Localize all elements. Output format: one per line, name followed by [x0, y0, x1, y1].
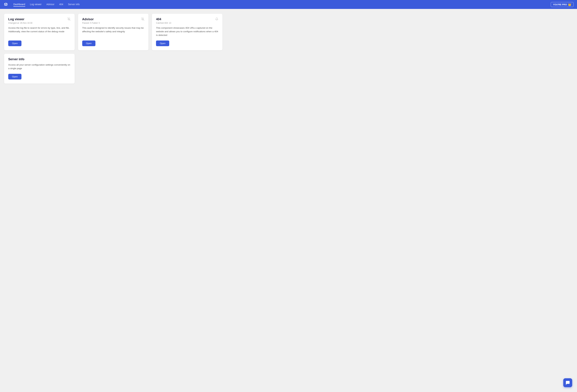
404-open-button[interactable]: Open	[156, 40, 169, 46]
pro-badge-button[interactable]: YOU'RE PRO 👑	[551, 2, 574, 7]
nav-links: Dashboard Log viewer Advisor 404 Server …	[13, 2, 546, 7]
advisor-subtitle: Passed: 5 Failed: 5	[82, 22, 100, 24]
svg-point-5	[568, 382, 568, 383]
chat-fab-button[interactable]	[563, 378, 572, 387]
server-info-card-header: Server info	[8, 58, 71, 61]
nav-server-info[interactable]: Server info	[68, 2, 80, 7]
log-viewer-description: Access the log file to search for errors…	[8, 26, 71, 37]
nav-dashboard[interactable]: Dashboard	[13, 2, 25, 7]
svg-line-2	[142, 18, 144, 21]
log-viewer-subtitle: Changed at: 26-Nov 16:30	[8, 22, 33, 24]
svg-point-4	[568, 382, 568, 383]
pro-label: YOU'RE PRO	[553, 3, 567, 6]
advisor-description: This audit is designed to identify secur…	[82, 26, 144, 37]
advisor-card: Advisor Passed: 5 Failed: 5 This audit i…	[78, 14, 149, 50]
log-viewer-bell-slash-icon[interactable]	[68, 18, 71, 21]
log-viewer-card: Log viewer Changed at: 26-Nov 16:30 Acce…	[4, 14, 75, 50]
logo-icon[interactable]	[3, 2, 8, 7]
server-info-open-button[interactable]: Open	[8, 74, 21, 79]
404-bell-icon[interactable]	[215, 18, 218, 21]
404-title-group: 404 Catched 404: 13	[156, 18, 171, 24]
nav-advisor[interactable]: Advisor	[46, 2, 54, 7]
svg-line-1	[68, 18, 70, 21]
log-viewer-title: Log viewer	[8, 18, 33, 21]
nav-404[interactable]: 404	[59, 2, 63, 7]
404-title: 404	[156, 18, 171, 21]
advisor-title: Advisor	[82, 18, 100, 21]
svg-point-3	[567, 382, 567, 383]
404-description: This component showcases 404 URLs captur…	[156, 26, 218, 37]
advisor-bell-slash-icon[interactable]	[141, 18, 144, 21]
advisor-title-group: Advisor Passed: 5 Failed: 5	[82, 18, 100, 24]
svg-point-0	[5, 3, 6, 5]
crown-icon: 👑	[568, 3, 571, 6]
advisor-open-button[interactable]: Open	[82, 40, 95, 46]
advisor-card-header: Advisor Passed: 5 Failed: 5	[82, 18, 144, 24]
404-subtitle: Catched 404: 13	[156, 22, 171, 24]
navbar: Dashboard Log viewer Advisor 404 Server …	[0, 0, 577, 9]
log-viewer-card-header: Log viewer Changed at: 26-Nov 16:30	[8, 18, 71, 24]
404-card: 404 Catched 404: 13 This component showc…	[152, 14, 222, 50]
dashboard-grid: Log viewer Changed at: 26-Nov 16:30 Acce…	[0, 9, 226, 88]
server-info-title: Server info	[8, 58, 24, 61]
404-card-header: 404 Catched 404: 13	[156, 18, 218, 24]
server-info-card: Server info Access all your server confi…	[4, 54, 75, 84]
server-info-description: Access all your server configuration set…	[8, 63, 71, 70]
log-viewer-open-button[interactable]: Open	[8, 40, 21, 46]
server-info-title-group: Server info	[8, 58, 24, 61]
nav-log-viewer[interactable]: Log viewer	[30, 2, 42, 7]
log-viewer-title-group: Log viewer Changed at: 26-Nov 16:30	[8, 18, 33, 24]
